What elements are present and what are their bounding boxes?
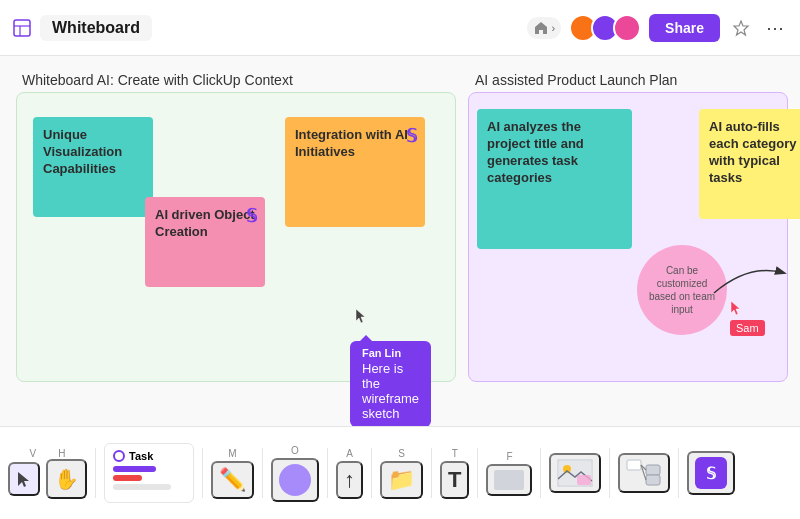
divider-5 [371,448,372,498]
sticky-text-1: Unique Visualization Capabilities [43,127,122,176]
task-check-icon [113,450,125,462]
divider-8 [540,448,541,498]
arrow-tool[interactable]: ↑ [336,461,363,499]
header: Whiteboard › Share ⋯ [0,0,800,56]
task-bar-purple [113,466,156,472]
page-title: Whiteboard [40,15,152,41]
sticky-note-5[interactable]: 𝕊 AI auto-fills each category with typic… [699,109,800,219]
pen-tool[interactable]: ✏️ [211,461,254,499]
text-tool[interactable]: T [440,461,469,499]
task-bar-gray [113,484,171,490]
task-card-header: Task [113,450,185,462]
cursor-1 [355,308,367,328]
connect-tool[interactable] [618,453,670,493]
sticky-text-3: Integration with AI Initiatives [295,127,408,159]
svg-marker-3 [734,21,748,35]
svg-rect-0 [14,20,30,36]
cursor-arrow-icon [355,308,367,324]
toolbar-shape-group: F [486,451,532,496]
arrow-connector [709,253,789,303]
toolbar-pen-group: M ✏️ [211,448,254,499]
task-label: Task [129,450,153,462]
header-right: › Share ⋯ [527,13,788,43]
pen-icon: ✏️ [219,467,246,493]
right-section-label: AI assisted Product Launch Plan [475,72,677,88]
ai-icon-2: 𝕊 [246,205,257,228]
chat-name: Fan Lin [362,347,419,359]
sticky-text-2: AI driven Object Creation [155,207,255,239]
star-button[interactable] [728,15,754,41]
divider-9 [609,448,610,498]
sticky-note-4[interactable]: AI analyzes the project title and genera… [477,109,632,249]
breadcrumb-arrow: › [551,22,555,34]
chat-bubble: Fan Lin Here is the wireframe sketch [350,341,431,426]
toolbar-vh-group: V H ✋ [8,448,87,499]
header-left: Whiteboard [12,15,152,41]
hand-icon: ✋ [54,467,79,491]
cursor-sam-label: Sam [730,320,765,336]
toolbar-text-group: T T [440,448,469,499]
avatar-group [569,14,641,42]
sticky-text-5: AI auto-fills each category with typical… [709,119,796,185]
toolbar-task-group: Task [104,443,194,503]
hand-tool[interactable]: ✋ [46,459,87,499]
shape-tool[interactable] [486,464,532,496]
toolbar-h-label: H [58,448,65,459]
toolbar-arrow-group: A ↑ [336,448,363,499]
sticky-text-4: AI analyzes the project title and genera… [487,119,584,185]
home-icon [533,20,549,36]
app-tool[interactable]: 𝕊 [687,451,735,495]
cursor-sam-icon [730,300,742,316]
select-tool[interactable] [8,462,40,496]
breadcrumb-nav: › [527,17,561,39]
toolbar-circle-group: O [271,445,319,502]
chat-text: Here is the wireframe sketch [362,361,419,421]
a-label: A [346,448,353,459]
canvas[interactable]: Whiteboard AI: Create with ClickUp Conte… [0,56,800,426]
divider-7 [477,448,478,498]
divider-6 [431,448,432,498]
more-button[interactable]: ⋯ [762,13,788,43]
app-icon: 𝕊 [695,457,727,489]
share-button[interactable]: Share [649,14,720,42]
m-label: M [228,448,236,459]
task-card[interactable]: Task [104,443,194,503]
toolbar-v-label: V [30,448,37,459]
divider-3 [262,448,263,498]
left-board: Unique Visualization Capabilities 𝕊 AI d… [16,92,456,382]
cursor-sam: Sam [730,300,742,320]
connect-icon [626,459,662,487]
folder-icon: 📁 [388,467,415,493]
avatar-3 [613,14,641,42]
svg-rect-9 [627,460,641,470]
f-label: F [506,451,512,462]
sticky-note-3[interactable]: 𝕊 Integration with AI Initiatives [285,117,425,227]
arrow-icon: ↑ [344,467,355,493]
star-icon [732,19,750,37]
svg-rect-10 [646,465,660,475]
toolbar: V H ✋ Task M [0,426,800,519]
text-icon: T [448,467,461,493]
left-section-label: Whiteboard AI: Create with ClickUp Conte… [22,72,293,88]
image-icon [557,459,593,487]
image-tool[interactable] [549,453,601,493]
toolbar-folder-group: S 📁 [380,448,423,499]
shape-icon [494,470,524,490]
sticky-note-2[interactable]: 𝕊 AI driven Object Creation [145,197,265,287]
svg-rect-8 [577,475,591,485]
divider-4 [327,448,328,498]
divider-1 [95,448,96,498]
circle-tool[interactable] [271,458,319,502]
whiteboard-icon [12,18,32,38]
more-icon: ⋯ [766,17,784,39]
s-label: S [398,448,405,459]
divider-10 [678,448,679,498]
circle-shape-icon [279,464,311,496]
cursor-tool-icon [16,470,32,488]
ai-icon-3: 𝕊 [406,125,417,148]
o-label: O [291,445,299,456]
circle-text: Can be customized based on team input [647,264,717,316]
right-board: AI analyzes the project title and genera… [468,92,788,382]
folder-tool[interactable]: 📁 [380,461,423,499]
sticky-note-1[interactable]: Unique Visualization Capabilities [33,117,153,217]
